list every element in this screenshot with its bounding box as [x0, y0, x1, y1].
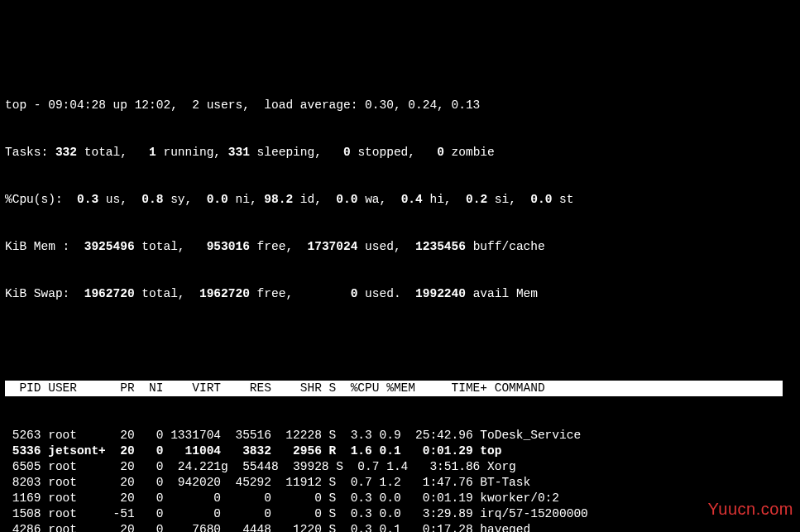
process-row: 1508 root -51 0 0 0 0 S 0.3 0.0 3:29.89 … [5, 506, 795, 522]
summary-mem: KiB Mem : 3925496 total, 953016 free, 17… [5, 239, 795, 255]
process-row: 5263 root 20 0 1331704 35516 12228 S 3.3… [5, 428, 795, 443]
terminal[interactable]: top - 09:04:28 up 12:02, 2 users, load a… [0, 63, 800, 532]
summary-line-1: top - 09:04:28 up 12:02, 2 users, load a… [5, 98, 795, 113]
process-row: 6505 root 20 0 24.221g 55448 39928 S 0.7… [5, 459, 795, 475]
process-list: 5263 root 20 0 1331704 35516 12228 S 3.3… [5, 428, 795, 532]
process-row: 4286 root 20 0 7680 4448 1220 S 0.3 0.1 … [5, 522, 795, 532]
column-header: PID USER PR NI VIRT RES SHR S %CPU %MEM … [5, 381, 783, 396]
process-row: 8203 root 20 0 942020 45292 11912 S 0.7 … [5, 475, 795, 491]
summary-cpu: %Cpu(s): 0.3 us, 0.8 sy, 0.0 ni, 98.2 id… [5, 192, 795, 208]
blank-line [5, 333, 795, 349]
summary-swap: KiB Swap: 1962720 total, 1962720 free, 0… [5, 286, 795, 302]
column-header-row: PID USER PR NI VIRT RES SHR S %CPU %MEM … [5, 381, 795, 396]
watermark: Yuucn.com [708, 501, 793, 517]
process-row: 5336 jetsont+ 20 0 11004 3832 2956 R 1.6… [5, 443, 795, 459]
summary-tasks: Tasks: 332 total, 1 running, 331 sleepin… [5, 145, 795, 161]
process-row: 1169 root 20 0 0 0 0 S 0.3 0.0 0:01.19 k… [5, 491, 795, 506]
